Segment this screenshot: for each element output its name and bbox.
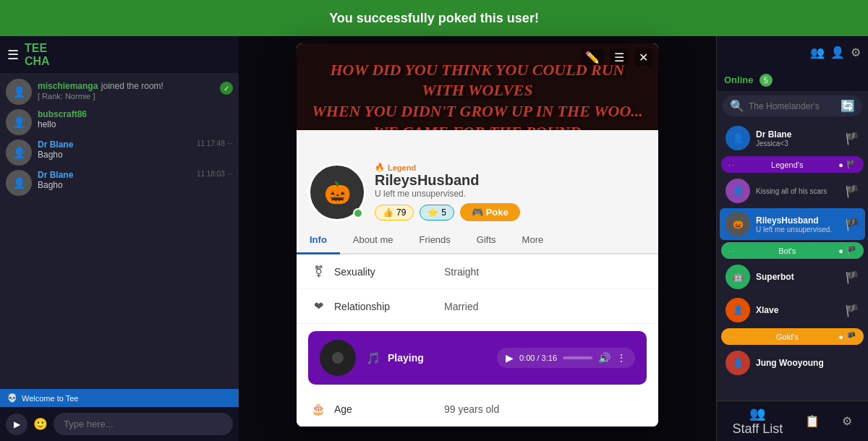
sexuality-icon: ⚧: [311, 265, 326, 278]
rank-label: Legend: [388, 163, 416, 172]
tab-about-me[interactable]: About me: [340, 227, 407, 254]
group-name: Bot's: [778, 247, 796, 255]
refresh-icon[interactable]: 🔄: [841, 99, 855, 113]
group-icon: ●: [838, 160, 843, 169]
list-item[interactable]: 👤 Xlave 🏴: [720, 294, 865, 326]
stars-badge: ⭐ 5: [420, 205, 454, 220]
music-note-icon: 🎵: [366, 351, 380, 365]
more-options-icon[interactable]: ⋮: [616, 352, 626, 364]
add-user-icon[interactable]: 👥: [810, 46, 825, 59]
music-player: 🎵 Playing ▶ 0:00 / 3:16 🔊 ⋮: [308, 331, 647, 385]
tab-gifts[interactable]: Gifts: [464, 227, 509, 254]
user-status: Jessica<3: [756, 140, 839, 147]
group-bar-legend[interactable]: ·· Legend's ● 🏴: [721, 156, 864, 173]
user-name: RileysHusband: [756, 215, 839, 226]
profile-info-row: 🎃 🔥 Legend RileysHusband U left me unsup…: [297, 130, 658, 227]
avatar: 👤: [6, 79, 32, 105]
profile-stats: 👍 79 ⭐ 5 🎮 Poke: [375, 203, 647, 221]
menu-dots-icon[interactable]: ☰: [610, 49, 629, 66]
flag-icon: 🏴: [846, 160, 856, 169]
settings-icon[interactable]: ⚙: [851, 46, 861, 59]
modal-overlay: HOW DID YOU THINK YOU COULD RUN WITH WOL…: [239, 36, 716, 441]
list-item[interactable]: 👤 Dr Blane Jessica<3 🏴: [720, 122, 865, 154]
list-item[interactable]: 👤 Kissing all of his scars 🏴: [720, 175, 865, 207]
poke-button[interactable]: 🎮 Poke: [460, 203, 520, 221]
group-bar-golds[interactable]: ·· Gold's ● 🏴: [721, 328, 864, 345]
bot-icon: 💀: [7, 393, 17, 403]
music-info: 🎵 Playing: [366, 351, 487, 365]
emoji-icon[interactable]: 🙂: [33, 417, 48, 431]
tab-more[interactable]: More: [509, 227, 557, 254]
checkmark-icon: ✓: [220, 82, 233, 95]
user-name: Dr Blane: [756, 129, 839, 140]
volume-icon[interactable]: 🔊: [598, 352, 610, 364]
profile-name-area: 🔥 Legend RileysHusband U left me unsuper…: [375, 130, 647, 221]
online-count: 5: [760, 74, 773, 87]
online-indicator: [353, 208, 363, 218]
profile-status: U left me unsupervised.: [375, 189, 647, 199]
staff-list-button[interactable]: 👥 Staff List: [733, 406, 783, 437]
list-item: 👤 bubscraft86 hello: [6, 109, 233, 135]
message-sub: [ Rank: Normie ]: [38, 92, 214, 100]
list-item: 👤 mischiemanga joined the room! [ Rank: …: [6, 79, 233, 105]
message-timestamp: 11 18:03 ···: [197, 170, 233, 178]
right-panel: 👥 👤 ⚙ Online 5 🔍 🔄 👤 Dr Blane Jessica<3 …: [716, 36, 868, 441]
online-label: Online: [724, 74, 753, 85]
search-bar[interactable]: 🔍 🔄: [723, 95, 862, 116]
music-progress-bar[interactable]: [563, 356, 592, 359]
user-icon[interactable]: 👤: [830, 46, 845, 59]
chat-header: ☰ TEE CHA: [0, 36, 239, 73]
chat-panel: ☰ TEE CHA 👤 mischiemanga joined the room…: [0, 36, 239, 441]
message-text: hello: [38, 119, 233, 129]
message-username: Dr Blane: [38, 140, 73, 150]
message-text: Bagho: [38, 150, 233, 160]
list-item[interactable]: 🤖 Superbot 🏴: [720, 261, 865, 293]
user-status: Kissing all of his scars: [756, 187, 839, 195]
list-item[interactable]: 👤 Jung Wooyoung: [720, 347, 865, 379]
age-label: Age: [334, 403, 435, 415]
group-icon: ●: [838, 247, 843, 255]
chat-input[interactable]: [54, 413, 233, 435]
flag-icon: 🏴: [845, 132, 859, 145]
close-icon[interactable]: ✕: [634, 49, 652, 66]
group-icon: ●: [838, 333, 843, 341]
avatar: 🎃: [726, 212, 750, 236]
right-bottom: 👥 Staff List 📋 ⚙: [717, 401, 868, 441]
edit-icon[interactable]: ✏️: [581, 49, 604, 66]
dots-icon: ··: [728, 247, 736, 255]
tab-friends[interactable]: Friends: [406, 227, 463, 254]
message-text: joined the room!: [101, 81, 163, 91]
logo-line1: TEE: [25, 42, 47, 54]
notification-text: You successfully poked this user!: [329, 11, 539, 26]
tab-info[interactable]: Info: [297, 227, 340, 254]
list-icon[interactable]: 📋: [805, 414, 820, 428]
right-header: 👥 👤 ⚙: [717, 36, 868, 69]
list-item: 👤 Dr Blane 11 17:48 ··· Bagho: [6, 140, 233, 166]
music-disc: [320, 340, 356, 376]
message-username: Dr Blane: [38, 170, 73, 180]
flag-icon: 🏴: [845, 304, 859, 317]
search-icon: 🔍: [730, 99, 744, 113]
avatar: 👤: [726, 126, 750, 150]
play-button[interactable]: ▶: [6, 414, 27, 435]
search-input[interactable]: [749, 101, 836, 111]
banner-actions: ✏️ ☰ ✕: [581, 49, 652, 66]
profile-username: RileysHusband: [375, 172, 647, 189]
welcome-bar: 💀 Welcome to Tee: [0, 389, 239, 407]
app-logo: TEE CHA: [25, 42, 50, 67]
rank-icon: 🔥: [375, 163, 385, 172]
relationship-value: Married: [444, 301, 478, 312]
list-item[interactable]: 🎃 RileysHusband U left me unsupervised. …: [720, 208, 865, 240]
settings-icon-bottom[interactable]: ⚙: [842, 414, 852, 428]
group-bar-bots[interactable]: ·· Bot's ● 🏴: [721, 242, 864, 259]
avatar: 🤖: [726, 265, 750, 289]
profile-avatar-wrap: 🎃: [308, 163, 366, 221]
relationship-row: ❤ Relationship Married: [297, 289, 658, 324]
user-list: 👤 Dr Blane Jessica<3 🏴 ·· Legend's ● 🏴 👤: [717, 121, 868, 401]
avatar: 👤: [726, 298, 750, 322]
notification-bar: You successfully poked this user!: [0, 0, 868, 36]
profile-tabs: Info About me Friends Gifts More: [297, 227, 658, 254]
menu-icon[interactable]: ☰: [7, 47, 19, 63]
relationship-icon: ❤: [311, 299, 326, 313]
music-play-icon[interactable]: ▶: [506, 352, 514, 364]
